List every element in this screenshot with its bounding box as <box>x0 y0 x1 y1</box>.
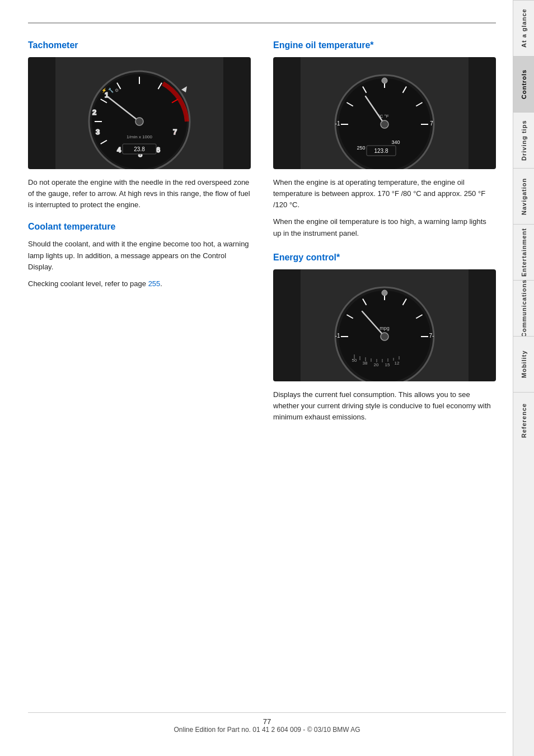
svg-text:4: 4 <box>117 146 121 154</box>
coolant-para2-prefix: Checking coolant level, refer to page <box>28 279 148 288</box>
footer-copyright: Online Edition for Part no. 01 41 2 604 … <box>28 726 506 734</box>
energy-control-heading: Energy control* <box>273 253 496 263</box>
svg-text:15: 15 <box>385 362 390 367</box>
svg-text:-1: -1 <box>335 333 340 339</box>
left-column: Tachometer <box>28 40 251 428</box>
two-column-layout: Tachometer <box>28 40 496 428</box>
page-wrapper: Tachometer <box>0 0 534 756</box>
svg-point-40 <box>381 120 388 128</box>
svg-text:2: 2 <box>92 108 96 116</box>
engine-oil-para2: When the engine oil temperature is too h… <box>273 216 496 239</box>
tachometer-body: Do not operate the engine with the needl… <box>28 177 251 211</box>
energy-control-body: Displays the current fuel consumption. T… <box>273 389 496 423</box>
sidebar: At a glance Controls Driving tips Naviga… <box>513 0 534 756</box>
engine-oil-heading: Engine oil temperature* <box>273 40 496 50</box>
sidebar-tab-at-a-glance[interactable]: At a glance <box>513 0 535 56</box>
svg-text:1/min x 1000: 1/min x 1000 <box>127 134 152 139</box>
svg-text:mpg: mpg <box>380 325 390 331</box>
svg-text:6: 6 <box>156 146 160 154</box>
sidebar-tab-entertainment[interactable]: Entertainment <box>513 224 535 280</box>
coolant-para1: Should the coolant, and with it the engi… <box>28 239 251 272</box>
svg-text:23.8: 23.8 <box>134 146 145 152</box>
page-footer: 77 Online Edition for Part no. 01 41 2 6… <box>28 712 506 734</box>
energy-control-section: Energy control* <box>273 253 496 423</box>
sidebar-tab-mobility[interactable]: Mobility <box>513 336 535 392</box>
top-border <box>28 22 496 24</box>
coolant-para2-suffix: . <box>160 279 162 288</box>
svg-text:7: 7 <box>430 120 433 127</box>
sidebar-tab-navigation[interactable]: Navigation <box>513 168 535 224</box>
main-content: Tachometer <box>0 0 513 756</box>
svg-point-73 <box>382 290 387 296</box>
svg-text:7: 7 <box>173 128 177 136</box>
svg-text:3: 3 <box>96 128 100 136</box>
svg-point-72 <box>381 333 388 340</box>
svg-text:38: 38 <box>363 361 368 366</box>
coolant-para2: Checking coolant level, refer to page 25… <box>28 278 251 290</box>
svg-text:7-: 7- <box>429 333 434 339</box>
sidebar-tab-controls[interactable]: Controls <box>513 56 535 112</box>
right-column: Engine oil temperature* <box>273 40 496 428</box>
sidebar-tab-driving-tips[interactable]: Driving tips <box>513 112 535 168</box>
svg-point-18 <box>135 118 143 125</box>
engine-oil-para1: When the engine is at operating temperat… <box>273 177 496 211</box>
tachometer-gauge: 1 2 3 4 5 <box>28 57 251 169</box>
svg-text:12: 12 <box>395 361 400 366</box>
sidebar-tab-reference[interactable]: Reference <box>513 392 535 448</box>
svg-text:⚡ 🔧 ⚙: ⚡ 🔧 ⚙ <box>101 87 119 93</box>
coolant-section: Coolant temperature Should the coolant, … <box>28 222 251 290</box>
svg-text:250: 250 <box>357 145 365 151</box>
coolant-page-link[interactable]: 255 <box>148 279 161 288</box>
page-number: 77 <box>28 717 506 726</box>
svg-text:123.8: 123.8 <box>374 148 388 154</box>
svg-point-43 <box>382 78 387 83</box>
engine-oil-gauge: -1 7 250 340 °C °F 123.8 <box>273 57 496 169</box>
svg-text:-1: -1 <box>335 120 340 127</box>
svg-text:20: 20 <box>374 362 379 367</box>
sidebar-tab-communications[interactable]: Communications <box>513 280 535 336</box>
tachometer-heading: Tachometer <box>28 40 251 50</box>
svg-text:340: 340 <box>391 139 400 145</box>
coolant-heading: Coolant temperature <box>28 222 251 232</box>
energy-control-gauge: -1 7- mpg 50 38 20 15 12 <box>273 269 496 381</box>
